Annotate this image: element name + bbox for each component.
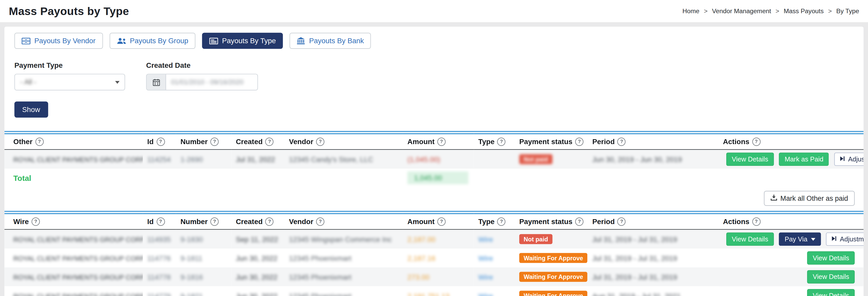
breadcrumb-separator: >: [828, 8, 832, 15]
filters: Payment Type - All - Created Date: [14, 61, 854, 90]
tab-payouts-by-bank[interactable]: Payouts By Bank: [290, 33, 371, 49]
total-row: Total 1,045.00: [4, 169, 864, 187]
breadcrumb: Home > Vendor Management > Mass Payouts …: [682, 8, 859, 15]
table-row: ROYAL CLIENT PAYMENTS GROUP CORP 114935 …: [4, 230, 864, 249]
payment-type-filter: Payment Type - All -: [14, 61, 125, 90]
table-header-row: Other? Id? Number? Created? Vendor? Amou…: [4, 134, 864, 150]
row-id: 114935: [147, 235, 170, 243]
help-icon[interactable]: ?: [31, 217, 40, 225]
row-number: 9-1821: [181, 292, 203, 296]
help-icon[interactable]: ?: [618, 217, 626, 225]
created-date-input-group: 01/01/2010 - 09/16/2020: [146, 74, 258, 90]
step-forward-icon: [832, 235, 837, 243]
help-icon[interactable]: ?: [618, 138, 626, 146]
help-icon[interactable]: ?: [210, 217, 219, 225]
row-number: 9-1830: [181, 235, 203, 243]
table-row: ROYAL CLIENT PAYMENTS GROUP CORP 114776 …: [4, 249, 864, 268]
help-icon[interactable]: ?: [497, 138, 505, 146]
help-icon[interactable]: ?: [156, 217, 165, 225]
tab-payouts-by-group[interactable]: Payouts By Group: [110, 33, 195, 49]
help-icon[interactable]: ?: [575, 217, 584, 225]
help-icon[interactable]: ?: [437, 217, 445, 225]
help-icon[interactable]: ?: [752, 138, 760, 146]
breadcrumb-vendor-management[interactable]: Vendor Management: [712, 8, 771, 15]
adjustment-button[interactable]: Adjustment: [826, 232, 863, 246]
row-id: 114778: [147, 273, 170, 281]
breadcrumb-home[interactable]: Home: [682, 8, 700, 15]
row-number: 9-1811: [181, 254, 203, 262]
help-icon[interactable]: ?: [156, 138, 165, 146]
row-amount: (1,045.00): [407, 155, 440, 163]
row-vendor: 12345 Phoenixmart: [289, 254, 351, 262]
created-date-label: Created Date: [146, 61, 258, 69]
breadcrumb-mass-payouts[interactable]: Mass Payouts: [783, 8, 824, 15]
step-forward-icon: [840, 155, 845, 163]
row-amount: 2,187.00: [407, 235, 436, 243]
row-vendor: 12345 Phoenixmart: [289, 292, 351, 296]
status-badge: Not paid: [519, 154, 553, 164]
payee: ROYAL CLIENT PAYMENTS GROUP CORP: [13, 156, 143, 163]
content-card: Payouts By Vendor Payouts By Group: [4, 27, 864, 296]
help-icon[interactable]: ?: [266, 217, 274, 225]
mark-as-paid-button[interactable]: Mark as Paid: [779, 153, 829, 166]
help-icon[interactable]: ?: [35, 138, 43, 146]
status-badge: Waiting For Approve: [519, 291, 587, 296]
row-vendor: 12345 Phoenixmart: [289, 273, 351, 281]
money-bill-icon: [22, 37, 30, 44]
help-icon[interactable]: ?: [266, 138, 274, 146]
mark-paid-icon: [770, 194, 777, 202]
caret-down-icon: [811, 238, 815, 241]
status-badge: Waiting For Approve: [519, 272, 587, 282]
help-icon[interactable]: ?: [210, 138, 219, 146]
section-wire: Wire? Id? Number? Created? Vendor? Amoun…: [4, 211, 864, 296]
adjustment-button[interactable]: Adjustment: [834, 153, 863, 166]
section-name: Other: [13, 138, 32, 146]
view-details-button[interactable]: View Details: [726, 153, 774, 166]
mark-all-other-paid-button[interactable]: Mark all Other as paid: [764, 191, 855, 206]
payment-type-select[interactable]: - All -: [14, 74, 125, 90]
help-icon[interactable]: ?: [316, 138, 324, 146]
row-created: Jun 30, 2022: [236, 273, 277, 281]
calendar-icon[interactable]: [147, 74, 166, 90]
show-button[interactable]: Show: [14, 102, 48, 117]
row-id: 114254: [147, 155, 170, 163]
view-details-button[interactable]: View Details: [726, 232, 774, 246]
row-number: 1-2690: [181, 155, 203, 163]
row-amount: 2,187.16: [407, 254, 436, 262]
row-period: Aug 31, 2019 - Jul 31, 2021: [592, 292, 681, 296]
total-label: Total: [4, 169, 143, 187]
tab-payouts-by-type[interactable]: Payouts By Type: [202, 33, 283, 49]
type-link[interactable]: Wire: [478, 273, 493, 281]
help-icon[interactable]: ?: [575, 138, 584, 146]
help-icon[interactable]: ?: [752, 217, 760, 225]
type-link[interactable]: Wire: [478, 235, 493, 243]
row-amount: 2,191,751.13: [407, 292, 450, 296]
payee: ROYAL CLIENT PAYMENTS GROUP CORP: [13, 273, 143, 281]
row-vendor: 12345 Candy's Store, LLC: [289, 155, 373, 163]
bank-icon: [297, 37, 305, 45]
table-header-row: Wire? Id? Number? Created? Vendor? Amoun…: [4, 213, 864, 229]
row-created: Jul 31, 2022: [236, 155, 275, 163]
tab-payouts-by-vendor[interactable]: Payouts By Vendor: [14, 33, 103, 49]
row-created: Jun 30, 2022: [236, 292, 277, 296]
tab-label: Payouts By Bank: [309, 37, 364, 45]
type-link[interactable]: Wire: [478, 292, 493, 296]
total-amount: 1,045.00: [407, 171, 468, 184]
row-period: Jun 30, 2019 - Jun 30, 2019: [592, 155, 682, 163]
help-icon[interactable]: ?: [316, 217, 324, 225]
chevron-down-icon: [115, 81, 120, 84]
help-icon[interactable]: ?: [497, 217, 505, 225]
users-icon: [117, 37, 126, 44]
breadcrumb-separator: >: [776, 8, 779, 15]
table-row: ROYAL CLIENT PAYMENTS GROUP CORP 114254 …: [4, 150, 864, 169]
row-created: Sep 11, 2022: [236, 235, 278, 243]
view-details-button[interactable]: View Details: [807, 270, 855, 283]
created-date-input[interactable]: 01/01/2010 - 09/16/2020: [166, 74, 257, 90]
pay-via-button[interactable]: Pay Via: [779, 232, 821, 246]
payment-type-value: - All -: [21, 78, 36, 86]
view-details-button[interactable]: View Details: [807, 289, 855, 296]
help-icon[interactable]: ?: [437, 138, 445, 146]
tab-label: Payouts By Vendor: [34, 37, 95, 45]
type-link[interactable]: Wire: [478, 254, 493, 262]
view-details-button[interactable]: View Details: [807, 251, 855, 264]
